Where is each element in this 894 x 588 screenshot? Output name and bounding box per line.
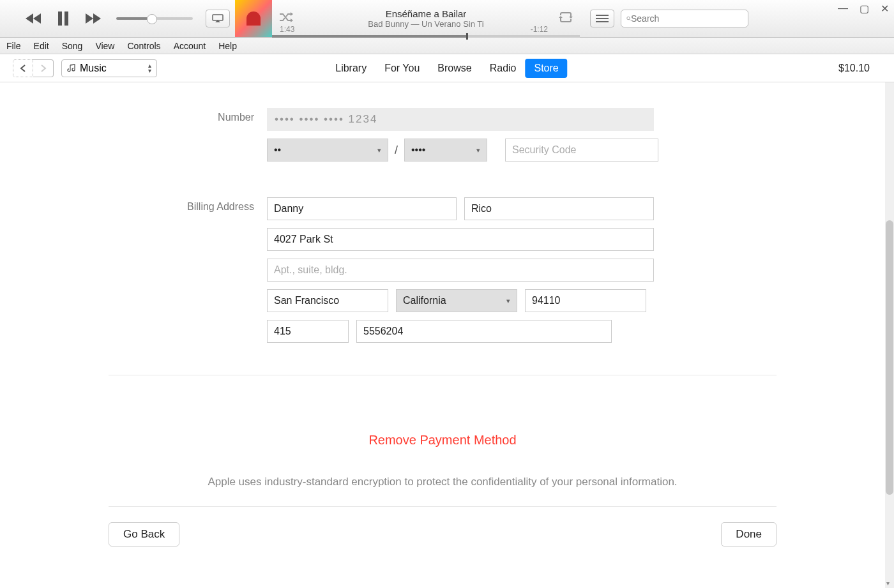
street-input[interactable] (267, 228, 654, 251)
media-kind-select[interactable]: Music ▴▾ (61, 59, 157, 77)
apt-input[interactable] (267, 259, 654, 282)
next-track-button[interactable] (84, 13, 101, 24)
menu-controls[interactable]: Controls (127, 41, 160, 51)
nav-forward-button[interactable] (33, 59, 54, 77)
svg-point-6 (627, 17, 630, 20)
first-name-input[interactable] (267, 197, 457, 220)
previous-track-button[interactable] (26, 13, 42, 24)
media-kind-label: Music (80, 63, 107, 74)
repeat-icon[interactable] (558, 11, 573, 26)
svg-rect-2 (213, 15, 223, 20)
music-icon (67, 64, 76, 73)
done-button[interactable]: Done (721, 522, 777, 547)
tab-browse[interactable]: Browse (428, 59, 480, 78)
menu-file[interactable]: File (6, 41, 21, 51)
elapsed-time: 1:43 (280, 25, 294, 34)
album-art[interactable] (235, 0, 272, 37)
svg-rect-3 (596, 15, 609, 16)
store-content: Number •••• •••• •••• 1234 •• ▾ / •••• ▾ (0, 82, 885, 588)
phone-number-input[interactable] (356, 320, 612, 343)
menu-edit[interactable]: Edit (34, 41, 49, 51)
nav-back-button[interactable] (13, 59, 33, 77)
nav-bar: Music ▴▾ Library For You Browse Radio St… (0, 54, 894, 82)
security-code-input[interactable] (505, 139, 658, 162)
tab-radio[interactable]: Radio (481, 59, 526, 78)
window-minimize[interactable]: — (838, 3, 848, 15)
exp-year-value: •••• (411, 144, 425, 156)
remaining-time: -1:12 (531, 25, 548, 34)
go-back-button[interactable]: Go Back (109, 522, 179, 547)
search-icon (626, 14, 631, 23)
last-name-input[interactable] (464, 197, 654, 220)
track-title: Enséñame a Bailar (294, 8, 558, 19)
volume-slider[interactable] (116, 17, 193, 20)
svg-rect-4 (596, 18, 609, 19)
exp-year-select[interactable]: •••• ▾ (404, 139, 487, 162)
billing-address-label: Billing Address (0, 197, 267, 213)
exp-month-select[interactable]: •• ▾ (267, 139, 388, 162)
divider (109, 506, 777, 507)
chevron-updown-icon: ▴▾ (148, 63, 151, 73)
scrollbar-thumb[interactable] (886, 220, 893, 495)
tab-for-you[interactable]: For You (375, 59, 428, 78)
up-next-button[interactable] (590, 10, 614, 27)
exp-month-value: •• (274, 144, 281, 156)
svg-rect-0 (58, 11, 62, 26)
search-input[interactable] (631, 13, 743, 24)
exp-separator: / (395, 144, 398, 157)
menu-account[interactable]: Account (174, 41, 206, 51)
menu-help[interactable]: Help (218, 41, 237, 51)
chevron-down-icon: ▾ (506, 297, 510, 305)
svg-rect-1 (64, 11, 68, 26)
menu-song[interactable]: Song (62, 41, 83, 51)
divider (109, 375, 777, 375)
svg-rect-5 (596, 21, 609, 22)
city-input[interactable] (267, 289, 388, 312)
now-playing-lcd: Enséñame a Bailar Bad Bunny — Un Verano … (235, 0, 580, 38)
progress-bar[interactable] (272, 35, 580, 38)
menu-bar: File Edit Song View Controls Account Hel… (0, 38, 894, 54)
search-box[interactable] (621, 10, 748, 27)
number-label: Number (0, 108, 267, 123)
menu-view[interactable]: View (95, 41, 114, 51)
state-value: California (403, 295, 446, 306)
tab-store[interactable]: Store (525, 59, 567, 78)
state-select[interactable]: California ▾ (396, 289, 517, 312)
nav-tabs: Library For You Browse Radio Store (326, 59, 567, 78)
remove-payment-link[interactable]: Remove Payment Method (0, 433, 885, 448)
scroll-down-arrow[interactable]: ▾ (886, 580, 890, 587)
account-balance[interactable]: $10.10 (838, 63, 870, 74)
zip-input[interactable] (525, 289, 646, 312)
shuffle-icon[interactable] (278, 11, 294, 26)
player-titlebar: — ▢ ✕ Enséñame a Bailar Bad Bunny — Un V… (0, 0, 894, 38)
window-maximize[interactable]: ▢ (860, 3, 869, 15)
airplay-button[interactable] (206, 10, 230, 27)
chevron-down-icon: ▾ (476, 146, 480, 155)
chevron-down-icon: ▾ (377, 146, 381, 155)
window-close[interactable]: ✕ (881, 3, 889, 15)
vertical-scrollbar[interactable]: ▾ (885, 82, 894, 588)
tab-library[interactable]: Library (326, 59, 375, 78)
card-number-field[interactable]: •••• •••• •••• 1234 (267, 108, 654, 131)
encryption-note: Apple uses industry-standard encryption … (0, 476, 885, 488)
phone-area-input[interactable] (267, 320, 349, 343)
play-pause-button[interactable] (57, 11, 69, 26)
